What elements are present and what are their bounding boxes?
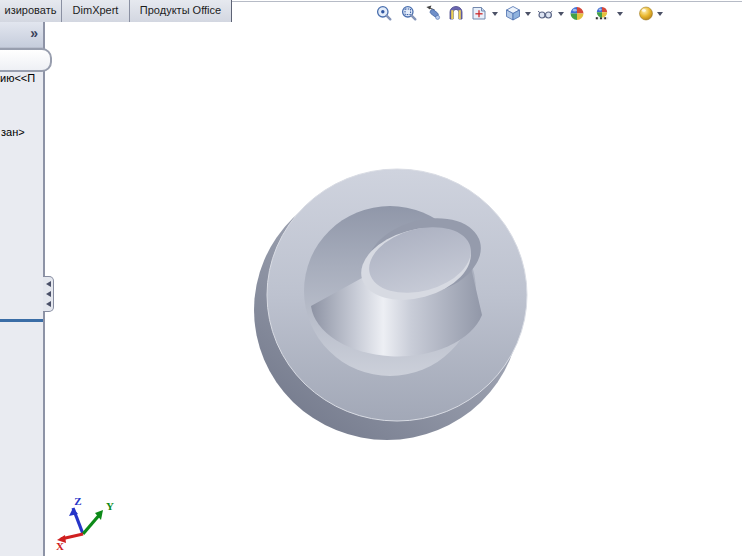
part-knob-3d-model[interactable] <box>248 162 538 448</box>
hide-show-items-icon[interactable] <box>536 4 554 22</box>
y-axis: Y <box>83 500 114 534</box>
view-settings-dropdown-arrow[interactable] <box>657 12 663 16</box>
z-axis-label: Z <box>74 495 81 507</box>
apply-scene-icon[interactable] <box>593 4 611 22</box>
app-window: изировать DimXpert Продукты Office » ию<… <box>0 0 742 556</box>
zoom-to-fit-icon[interactable] <box>375 4 393 22</box>
collapse-arrow-icon <box>46 301 51 307</box>
orientation-triad: Z Y X <box>48 494 120 552</box>
hide-show-items-dropdown-arrow[interactable] <box>558 12 564 16</box>
top-border-line <box>231 1 742 2</box>
view-orientation-icon[interactable] <box>470 4 488 22</box>
edit-appearance-icon[interactable] <box>568 4 586 22</box>
x-axis: X <box>56 534 83 552</box>
z-axis: Z <box>69 495 83 534</box>
panel-splitter-handle[interactable] <box>43 276 54 312</box>
view-settings-icon[interactable] <box>637 4 655 22</box>
heads-up-toolbar <box>0 4 742 24</box>
previous-view-icon[interactable] <box>424 4 442 22</box>
feature-manager-panel: » ию<<П зан> <box>0 22 45 556</box>
display-style-dropdown-arrow[interactable] <box>525 12 531 16</box>
x-axis-label: X <box>56 540 64 552</box>
tree-item-material[interactable]: зан> <box>1 126 44 138</box>
apply-scene-dropdown-arrow[interactable] <box>617 12 623 16</box>
panel-header: » <box>0 22 43 48</box>
section-view-icon[interactable] <box>447 4 465 22</box>
zoom-to-area-icon[interactable] <box>400 4 418 22</box>
panel-rounded-frame <box>0 48 52 72</box>
panel-divider <box>0 319 43 322</box>
tree-item-configuration[interactable]: ию<<П <box>0 72 43 84</box>
y-axis-label: Y <box>106 500 114 512</box>
collapse-arrow-icon <box>46 291 51 297</box>
collapse-arrow-icon <box>46 281 51 287</box>
view-orientation-dropdown-arrow[interactable] <box>492 12 498 16</box>
display-style-icon[interactable] <box>504 4 522 22</box>
expand-chevron-icon[interactable]: » <box>30 25 38 41</box>
